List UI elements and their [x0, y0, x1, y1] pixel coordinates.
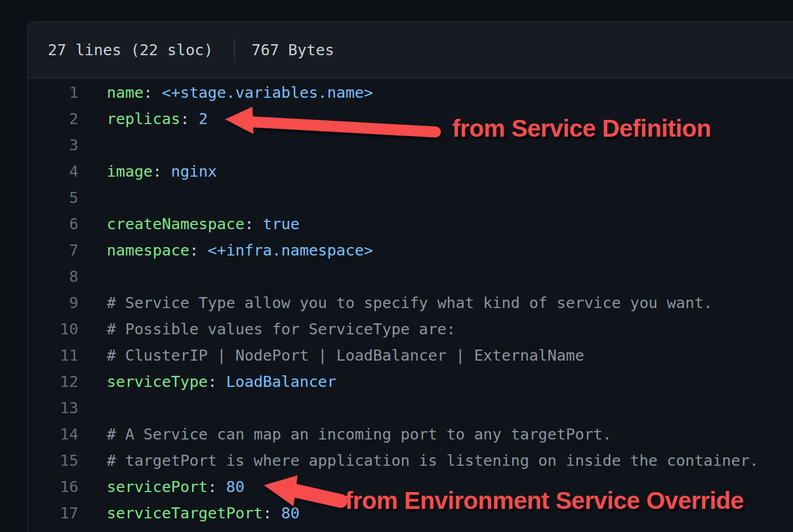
- code-line: 14# A Service can map an incoming port t…: [28, 421, 793, 447]
- yaml-colon: :: [208, 373, 217, 391]
- yaml-value: 2: [199, 110, 208, 128]
- code-content: # Possible values for ServiceType are:: [78, 316, 793, 342]
- yaml-comment: # ClusterIP | NodePort | LoadBalancer | …: [107, 346, 584, 364]
- yaml-value: true: [263, 215, 300, 233]
- line-number[interactable]: 5: [28, 185, 78, 211]
- code-line: 12serviceType: LoadBalancer: [28, 369, 793, 395]
- code-line: 13: [28, 395, 793, 421]
- line-number[interactable]: 1: [28, 79, 78, 106]
- file-viewer: 27 lines (22 sloc) 767 Bytes 1name: <+st…: [27, 22, 793, 532]
- yaml-colon: :: [152, 162, 161, 180]
- yaml-key: serviceType: [107, 373, 208, 391]
- yaml-colon: :: [144, 84, 152, 101]
- line-number[interactable]: 13: [28, 395, 78, 421]
- code-line: 7namespace: <+infra.namespace>: [28, 237, 793, 263]
- yaml-value: 80: [226, 478, 245, 496]
- yaml-value: <+stage.variables.name>: [162, 84, 373, 101]
- line-number[interactable]: 9: [28, 290, 78, 316]
- yaml-value: 80: [281, 504, 300, 522]
- yaml-comment: # Service Type allow you to specify what…: [107, 294, 713, 312]
- yaml-value: LoadBalancer: [226, 373, 337, 391]
- code-line: 6createNamespace: true: [28, 211, 793, 237]
- code-content: # Service Type allow you to specify what…: [78, 290, 793, 316]
- line-number[interactable]: 10: [28, 316, 78, 342]
- line-number[interactable]: 16: [28, 474, 78, 500]
- file-line-count: 27 lines (22 sloc): [48, 41, 213, 59]
- code-line: 2replicas: 2: [28, 106, 793, 132]
- code-line: 5: [28, 185, 793, 211]
- yaml-comment: # A Service can map an incoming port to …: [107, 425, 612, 443]
- code-content: image: nginx: [78, 158, 793, 185]
- header-divider: [234, 38, 235, 62]
- line-number[interactable]: 7: [28, 237, 78, 263]
- yaml-key: name: [107, 84, 144, 101]
- code-table-body: 1name: <+stage.variables.name>2replicas:…: [28, 79, 793, 526]
- code-line: 3: [28, 132, 793, 158]
- code-content: # ClusterIP | NodePort | LoadBalancer | …: [78, 342, 793, 369]
- code-content: [78, 263, 793, 290]
- code-content: servicePort: 80: [78, 474, 793, 500]
- yaml-key: image: [107, 162, 152, 180]
- yaml-colon: :: [189, 241, 198, 259]
- code-content: createNamespace: true: [78, 211, 793, 237]
- code-content: serviceTargetPort: 80: [78, 500, 793, 526]
- line-number[interactable]: 14: [28, 421, 78, 447]
- yaml-colon: :: [180, 110, 189, 128]
- line-number[interactable]: 17: [28, 500, 78, 526]
- yaml-key: replicas: [107, 110, 180, 128]
- code-line: 1name: <+stage.variables.name>: [28, 79, 793, 106]
- line-number[interactable]: 6: [28, 211, 78, 237]
- yaml-colon: :: [208, 478, 217, 496]
- line-number[interactable]: 4: [28, 158, 78, 185]
- yaml-colon: :: [263, 504, 272, 522]
- code-content: # targetPort is where application is lis…: [78, 447, 793, 474]
- code-content: # A Service can map an incoming port to …: [78, 421, 793, 447]
- code-content: name: <+stage.variables.name>: [78, 79, 793, 106]
- code-content: replicas: 2: [78, 106, 793, 132]
- page-background: 27 lines (22 sloc) 767 Bytes 1name: <+st…: [0, 0, 793, 532]
- yaml-comment: # targetPort is where application is lis…: [107, 452, 759, 469]
- yaml-comment: # Possible values for ServiceType are:: [107, 320, 455, 338]
- code-content: [78, 132, 793, 158]
- yaml-value: <+infra.namespace>: [208, 241, 373, 259]
- code-line: 16servicePort: 80: [28, 474, 793, 500]
- line-number[interactable]: 2: [28, 106, 78, 132]
- code-line: 4image: nginx: [28, 158, 793, 185]
- line-number[interactable]: 11: [28, 342, 78, 369]
- code-line: 17serviceTargetPort: 80: [28, 500, 793, 526]
- code-content: serviceType: LoadBalancer: [78, 369, 793, 395]
- yaml-key: serviceTargetPort: [107, 504, 263, 522]
- code-content: [78, 185, 793, 211]
- line-number[interactable]: 3: [28, 132, 78, 158]
- code-line: 10# Possible values for ServiceType are:: [28, 316, 793, 342]
- yaml-key: servicePort: [107, 478, 208, 496]
- code-line: 8: [28, 263, 793, 290]
- yaml-colon: :: [245, 215, 253, 233]
- line-number[interactable]: 15: [28, 447, 78, 474]
- file-size: 767 Bytes: [251, 41, 334, 59]
- yaml-key: createNamespace: [107, 215, 245, 233]
- code-table: 1name: <+stage.variables.name>2replicas:…: [28, 79, 793, 526]
- code-line: 11# ClusterIP | NodePort | LoadBalancer …: [28, 342, 793, 369]
- code-content: namespace: <+infra.namespace>: [78, 237, 793, 263]
- line-number[interactable]: 8: [28, 263, 78, 290]
- line-number[interactable]: 12: [28, 369, 78, 395]
- yaml-value: nginx: [171, 162, 217, 180]
- code-area: 1name: <+stage.variables.name>2replicas:…: [28, 79, 793, 526]
- file-header: 27 lines (22 sloc) 767 Bytes: [28, 22, 793, 78]
- code-content: [78, 395, 793, 421]
- yaml-key: namespace: [107, 241, 189, 259]
- code-line: 9# Service Type allow you to specify wha…: [28, 290, 793, 316]
- code-line: 15# targetPort is where application is l…: [28, 447, 793, 474]
